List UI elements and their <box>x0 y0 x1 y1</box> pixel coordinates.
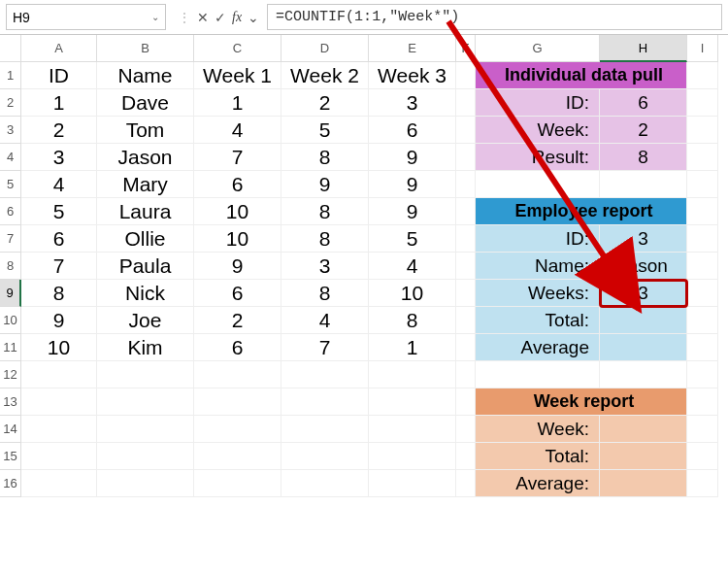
row-header[interactable]: 11 <box>0 334 21 361</box>
row-header[interactable]: 5 <box>0 171 21 198</box>
cell[interactable]: Paula <box>97 253 194 280</box>
cell[interactable] <box>281 361 369 388</box>
cell[interactable] <box>369 443 456 470</box>
name-box[interactable]: H9 ⌄ <box>6 4 166 30</box>
cell[interactable] <box>21 443 97 470</box>
cell[interactable] <box>456 416 476 443</box>
cell[interactable]: Week 3 <box>369 62 456 89</box>
cell[interactable] <box>456 117 476 144</box>
cell[interactable] <box>600 171 687 198</box>
cell[interactable]: Week 2 <box>281 62 369 89</box>
col-header[interactable]: G <box>476 35 600 62</box>
cell[interactable]: 9 <box>369 198 456 225</box>
cell[interactable] <box>687 144 718 171</box>
cell[interactable] <box>369 388 456 416</box>
individual-panel-title[interactable]: Individual data pull <box>476 62 687 89</box>
cell[interactable]: 8 <box>281 280 369 307</box>
cell[interactable] <box>97 361 194 388</box>
cell[interactable]: 4 <box>369 253 456 280</box>
cell[interactable] <box>456 388 476 416</box>
cell[interactable] <box>281 388 369 416</box>
individual-id-label[interactable]: ID: <box>476 89 600 117</box>
cell[interactable] <box>600 361 687 388</box>
select-all-corner[interactable] <box>0 35 21 62</box>
cell[interactable] <box>21 361 97 388</box>
cell[interactable] <box>456 144 476 171</box>
cell[interactable]: 8 <box>21 280 97 307</box>
week-total-value[interactable] <box>600 443 687 470</box>
cell[interactable]: 3 <box>369 89 456 117</box>
cell[interactable]: 9 <box>21 307 97 334</box>
cell[interactable] <box>687 253 718 280</box>
cell[interactable] <box>687 361 718 388</box>
cell[interactable]: Name <box>97 62 194 89</box>
cell[interactable]: 10 <box>194 225 281 253</box>
cell[interactable] <box>194 388 281 416</box>
cell[interactable]: 4 <box>194 117 281 144</box>
cell[interactable] <box>456 89 476 117</box>
cell[interactable] <box>194 470 281 497</box>
cell[interactable] <box>687 470 718 497</box>
cell[interactable]: Joe <box>97 307 194 334</box>
cell[interactable] <box>687 307 718 334</box>
cell[interactable] <box>21 470 97 497</box>
cell[interactable]: 8 <box>369 307 456 334</box>
cell[interactable] <box>97 443 194 470</box>
cell[interactable]: 9 <box>369 144 456 171</box>
row-header[interactable]: 16 <box>0 470 21 497</box>
cell[interactable] <box>369 470 456 497</box>
col-header[interactable]: D <box>281 35 369 62</box>
cell[interactable]: 5 <box>369 225 456 253</box>
cell[interactable]: 10 <box>194 198 281 225</box>
row-header[interactable]: 8 <box>0 253 21 280</box>
row-header[interactable]: 3 <box>0 117 21 144</box>
accept-icon[interactable]: ✓ <box>215 10 226 25</box>
col-header[interactable]: I <box>687 35 718 62</box>
cell[interactable]: Mary <box>97 171 194 198</box>
cell[interactable]: 9 <box>194 253 281 280</box>
col-header[interactable]: C <box>194 35 281 62</box>
employee-id-label[interactable]: ID: <box>476 225 600 253</box>
individual-result-value[interactable]: 8 <box>600 144 687 171</box>
cell[interactable]: ID <box>21 62 97 89</box>
employee-avg-value[interactable] <box>600 334 687 361</box>
cell[interactable]: 1 <box>21 89 97 117</box>
employee-panel-title[interactable]: Employee report <box>476 198 687 225</box>
fx-icon[interactable]: fx <box>232 10 242 25</box>
cell[interactable]: 9 <box>281 171 369 198</box>
chevron-down-icon[interactable]: ⌄ <box>248 10 259 25</box>
employee-total-label[interactable]: Total: <box>476 307 600 334</box>
cell[interactable] <box>456 307 476 334</box>
individual-week-value[interactable]: 2 <box>600 117 687 144</box>
employee-avg-label[interactable]: Average <box>476 334 600 361</box>
cell[interactable] <box>687 171 718 198</box>
cell[interactable] <box>687 89 718 117</box>
cell[interactable]: 6 <box>369 117 456 144</box>
cell[interactable] <box>456 198 476 225</box>
cell[interactable] <box>687 198 718 225</box>
chevron-down-icon[interactable]: ⌄ <box>151 12 159 22</box>
cell[interactable] <box>687 280 718 307</box>
cell[interactable] <box>281 443 369 470</box>
cell[interactable]: 3 <box>21 144 97 171</box>
row-header-selected[interactable]: 9 <box>0 280 21 307</box>
cell[interactable]: 4 <box>21 171 97 198</box>
cell[interactable]: Jason <box>97 144 194 171</box>
cell[interactable]: 2 <box>21 117 97 144</box>
cell[interactable]: Laura <box>97 198 194 225</box>
cell[interactable] <box>369 361 456 388</box>
cell[interactable] <box>194 416 281 443</box>
individual-week-label[interactable]: Week: <box>476 117 600 144</box>
cell[interactable]: Ollie <box>97 225 194 253</box>
cell[interactable] <box>687 334 718 361</box>
cell[interactable] <box>687 117 718 144</box>
cell[interactable] <box>476 361 600 388</box>
cell[interactable]: 6 <box>21 225 97 253</box>
cell[interactable]: Nick <box>97 280 194 307</box>
cancel-icon[interactable]: ✕ <box>197 10 209 25</box>
col-header[interactable]: F <box>456 35 476 62</box>
formula-input[interactable]: =COUNTIF(1:1,"Week*") <box>267 4 722 30</box>
cell[interactable]: 5 <box>21 198 97 225</box>
cell[interactable] <box>687 416 718 443</box>
cell[interactable] <box>456 171 476 198</box>
